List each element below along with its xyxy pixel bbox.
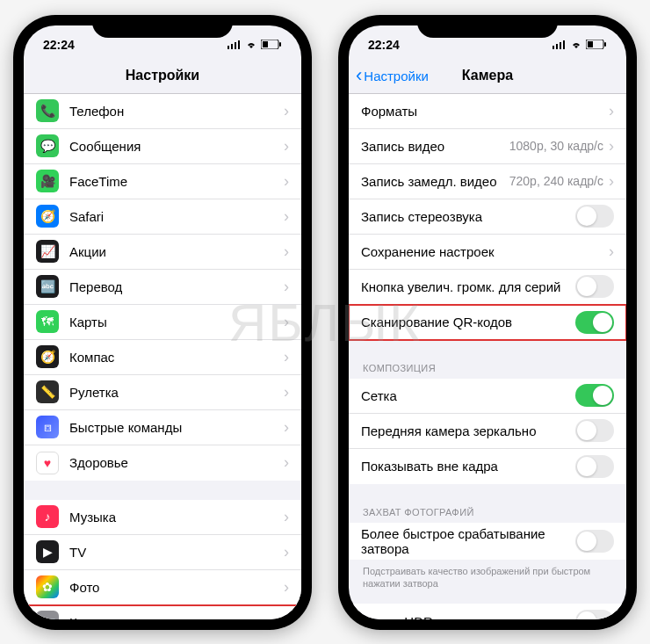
camera-row-outside[interactable]: Показывать вне кадра: [349, 449, 626, 484]
battery-icon: [586, 40, 607, 49]
toggle-knob: [577, 277, 596, 296]
svg-rect-5: [263, 41, 268, 47]
toggle-stereo[interactable]: [575, 205, 614, 228]
chevron-right-icon: ›: [284, 613, 289, 619]
toggle-qr[interactable]: [575, 311, 614, 334]
navbar: Настройки: [24, 59, 301, 94]
compass-icon: 🧭: [36, 345, 59, 368]
settings-row-facetime[interactable]: 🎥FaceTime›: [24, 164, 301, 199]
camera-row-slomo[interactable]: Запись замедл. видео720p, 240 кадр/с›: [349, 164, 626, 199]
row-label: Карты: [69, 315, 284, 329]
settings-row-health[interactable]: ♥Здоровье›: [24, 445, 301, 481]
signal-icon: [552, 40, 567, 49]
settings-row-translate[interactable]: 🔤Перевод›: [24, 270, 301, 305]
group-footer: Подстраивать качество изображений при бы…: [349, 560, 626, 594]
svg-rect-14: [563, 40, 565, 49]
settings-row-stocks[interactable]: 📈Акции›: [24, 235, 301, 270]
phone-left: 22:24 Настройки 📞Телефон›💬Сообщения›🎥Fac…: [13, 15, 312, 630]
row-detail: 720p, 240 кадр/с: [509, 174, 603, 188]
camera-row-fastshutter[interactable]: Более быстрое срабатывание затвора: [349, 523, 626, 560]
page-title: Настройки: [126, 68, 199, 83]
row-label: Запись замедл. видео: [361, 174, 509, 189]
toggle-knob: [577, 532, 596, 551]
chevron-right-icon: ›: [284, 242, 289, 261]
row-label: Safari: [69, 209, 284, 224]
toggle-mirror[interactable]: [575, 419, 614, 442]
toggle-smarthdr[interactable]: [575, 610, 614, 619]
chevron-right-icon: ›: [609, 102, 614, 120]
navbar: ‹ Настройки Камера: [349, 59, 626, 94]
shortcuts-icon: ⧈: [36, 416, 59, 438]
row-label: Рулетка: [69, 385, 284, 400]
status-time: 22:24: [43, 38, 75, 52]
svg-rect-11: [552, 46, 554, 49]
back-button[interactable]: ‹ Настройки: [356, 66, 429, 85]
settings-row-measure[interactable]: 📏Рулетка›: [24, 375, 301, 410]
chevron-right-icon: ›: [284, 137, 289, 156]
row-label: Фото: [69, 580, 284, 595]
row-label: Музыка: [69, 510, 284, 525]
camera-row-stereo[interactable]: Запись стереозвука: [349, 199, 626, 235]
row-label: Показывать вне кадра: [361, 459, 575, 474]
toggle-knob: [577, 206, 596, 226]
camera-row-grid[interactable]: Сетка: [349, 379, 626, 414]
chevron-right-icon: ›: [609, 172, 614, 191]
row-label: Компас: [69, 350, 284, 365]
svg-rect-13: [560, 42, 561, 49]
settings-row-tv[interactable]: ▶TV›: [24, 535, 301, 570]
toggle-fastshutter[interactable]: [575, 530, 614, 553]
svg-rect-6: [279, 42, 281, 47]
settings-row-music[interactable]: ♪Музыка›: [24, 500, 301, 535]
stocks-icon: 📈: [36, 240, 59, 263]
row-label: Кнопка увелич. громк. для серий: [361, 279, 575, 294]
toggle-knob: [577, 457, 596, 476]
chevron-right-icon: ›: [284, 313, 289, 331]
screen-left: 22:24 Настройки 📞Телефон›💬Сообщения›🎥Fac…: [24, 25, 301, 619]
camera-row-mirror[interactable]: Передняя камера зеркально: [349, 414, 626, 449]
signal-icon: [228, 40, 242, 49]
notch: [92, 15, 233, 38]
group-header: КОМПОЗИЦИЯ: [349, 359, 626, 379]
settings-row-compass[interactable]: 🧭Компас›: [24, 340, 301, 375]
toggle-knob: [593, 313, 612, 332]
camera-row-preserve[interactable]: Сохранение настроек›: [349, 235, 626, 270]
settings-row-photos[interactable]: ✿Фото›: [24, 570, 301, 605]
settings-row-shortcuts[interactable]: ⧈Быстрые команды›: [24, 410, 301, 445]
camera-row-smarthdr[interactable]: Смарт-HDR: [349, 604, 626, 619]
status-right: [228, 40, 282, 49]
toggle-grid[interactable]: [575, 384, 614, 407]
row-label: Форматы: [361, 104, 609, 119]
safari-icon: 🧭: [36, 205, 59, 228]
toggle-volup[interactable]: [575, 275, 614, 298]
row-label: Быстрые команды: [69, 420, 284, 435]
chevron-right-icon: ›: [284, 278, 289, 296]
settings-row-safari[interactable]: 🧭Safari›: [24, 199, 301, 235]
chevron-right-icon: ›: [284, 207, 289, 226]
battery-icon: [261, 40, 282, 49]
row-label: Сообщения: [69, 139, 284, 154]
photos-icon: ✿: [36, 575, 59, 598]
settings-row-messages[interactable]: 💬Сообщения›: [24, 129, 301, 164]
toggle-knob: [593, 386, 612, 405]
row-label: FaceTime: [69, 174, 284, 189]
phone-right: 22:24 ‹ Настройки Камера Форматы›Запись …: [338, 15, 637, 630]
chevron-right-icon: ›: [284, 383, 289, 402]
row-label: Камера: [69, 615, 284, 619]
back-label: Настройки: [364, 69, 429, 83]
camera-row-volup[interactable]: Кнопка увелич. громк. для серий: [349, 270, 626, 305]
camera-row-formats[interactable]: Форматы›: [349, 94, 626, 129]
settings-row-phone[interactable]: 📞Телефон›: [24, 94, 301, 129]
notch: [417, 15, 558, 38]
toggle-outside[interactable]: [575, 455, 614, 478]
music-icon: ♪: [36, 505, 59, 528]
chevron-right-icon: ›: [609, 242, 614, 261]
row-label: TV: [69, 545, 284, 560]
chevron-right-icon: ›: [284, 508, 289, 526]
camera-row-video[interactable]: Запись видео1080p, 30 кадр/с›: [349, 129, 626, 164]
settings-row-maps[interactable]: 🗺Карты›: [24, 305, 301, 340]
camera-row-qr[interactable]: Сканирование QR-кодов: [349, 305, 626, 340]
row-label: Передняя камера зеркально: [361, 423, 575, 438]
status-time: 22:24: [368, 38, 400, 52]
phone-icon: 📞: [36, 99, 59, 122]
settings-row-camera[interactable]: 📷Камера›: [24, 605, 301, 619]
